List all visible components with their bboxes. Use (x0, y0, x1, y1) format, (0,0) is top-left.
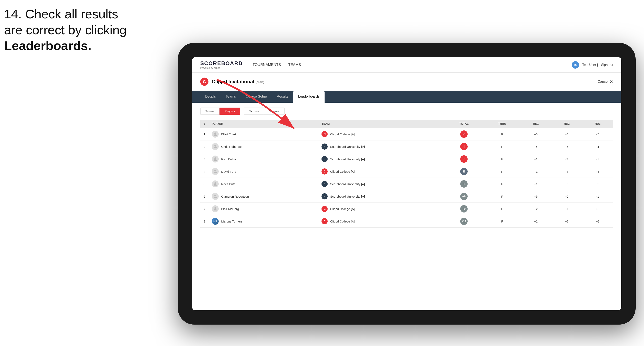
instruction-line1: 14. Check all results (4, 7, 118, 21)
pos-cell: 2 (200, 141, 208, 153)
player-cell: Rees Britt (208, 178, 318, 190)
col-total: TOTAL (444, 120, 484, 128)
logo-text: SCOREBOARD (200, 60, 243, 67)
nav-tournaments[interactable]: TOURNAMENTS (252, 62, 281, 68)
team-icon: ≡ (322, 156, 328, 162)
filter-teams-btn[interactable]: Teams (200, 108, 220, 115)
team-icon: ≡ (322, 181, 328, 187)
score-badge: -8 (460, 131, 468, 138)
player-avatar (212, 205, 219, 212)
col-player: PLAYER (208, 120, 318, 128)
table-row: 4 David Ford C Clippd College [A] E F +1… (200, 165, 613, 178)
score-badge: +1 (460, 180, 468, 187)
rd2-cell: -2 (551, 153, 582, 165)
pos-cell: 1 (200, 128, 208, 141)
thru-cell: F (484, 190, 520, 203)
svg-point-6 (214, 195, 216, 196)
pos-cell: 6 (200, 190, 208, 203)
team-icon: ≡ (322, 193, 328, 199)
filter-scores-btn[interactable]: Scores (244, 108, 264, 115)
team-name: Clippd College [A] (330, 170, 354, 173)
rd3-cell: +3 (582, 165, 613, 178)
rd3-cell: +2 (582, 215, 613, 228)
player-cell: David Ford (208, 165, 318, 178)
tab-teams[interactable]: Teams (221, 91, 241, 103)
rd2-cell: +5 (551, 141, 582, 153)
team-name: Clippd College [A] (330, 220, 354, 223)
total-cell: E (444, 165, 484, 178)
player-avatar (212, 131, 219, 138)
user-avatar: TU (572, 61, 579, 69)
col-rd3: RD3 (582, 120, 613, 128)
rd1-cell: +1 (520, 165, 551, 178)
thru-cell: F (484, 203, 520, 215)
filter-bar: Teams Players Scores Strokes (200, 108, 613, 115)
user-text: Test User | (582, 63, 598, 67)
table-row: 6 Cameron Robertson ≡ Scoreboard Univers… (200, 190, 613, 203)
team-name: Clippd College [A] (330, 207, 354, 211)
team-cell: C Clippd College [A] (318, 203, 444, 215)
team-icon: ≡ (322, 144, 328, 150)
team-cell: ≡ Scoreboard University [A] (318, 141, 444, 153)
rd1-cell: -5 (520, 141, 551, 153)
col-rd2: RD2 (551, 120, 582, 128)
team-name: Scoreboard University [A] (330, 182, 365, 186)
svg-point-7 (214, 207, 216, 209)
player-cell: Blair McHarg (208, 203, 318, 215)
tablet-screen: SCOREBOARD Powered by clippd TOURNAMENTS… (192, 57, 621, 310)
rd1-cell: +1 (520, 153, 551, 165)
thru-cell: F (484, 215, 520, 228)
team-icon: C (322, 131, 328, 137)
score-badge: E (460, 168, 468, 175)
table-row: 3 Rich Butler ≡ Scoreboard University [A… (200, 153, 613, 165)
pos-cell: 8 (200, 215, 208, 228)
team-icon: C (322, 218, 328, 224)
total-cell: +1 (444, 178, 484, 190)
thru-cell: F (484, 165, 520, 178)
player-cell: Rich Butler (208, 153, 318, 165)
rd1-cell: +3 (520, 128, 551, 141)
nav-teams[interactable]: TEAMS (288, 62, 301, 68)
player-name: Rees Britt (221, 182, 235, 186)
svg-point-2 (214, 145, 216, 147)
score-badge: -2 (460, 155, 468, 163)
tablet-frame: SCOREBOARD Powered by clippd TOURNAMENTS… (178, 43, 636, 325)
team-cell: C Clippd College [A] (318, 128, 444, 141)
tab-results[interactable]: Results (272, 91, 293, 103)
svg-point-3 (214, 157, 216, 159)
team-name: Clippd College [A] (330, 133, 354, 136)
rd2-cell: +1 (551, 203, 582, 215)
rd2-cell: E (551, 178, 582, 190)
svg-point-5 (214, 182, 216, 184)
score-badge: +11 (460, 218, 468, 225)
rd3-cell: -4 (582, 141, 613, 153)
player-name: Chris Robertson (221, 145, 243, 148)
filter-players-btn[interactable]: Players (220, 108, 240, 115)
signout-link[interactable]: Sign out (601, 63, 613, 67)
player-cell: MT Marcus Turners (208, 215, 318, 228)
pos-cell: 4 (200, 165, 208, 178)
team-name: Scoreboard University [A] (330, 157, 365, 161)
leaderboard-table: # PLAYER TEAM TOTAL THRU RD1 RD2 RD3 1 (200, 120, 613, 228)
pos-cell: 7 (200, 203, 208, 215)
logo-sub: Powered by clippd (200, 67, 243, 69)
total-cell: +6 (444, 190, 484, 203)
tab-leaderboards[interactable]: Leaderboards (293, 91, 324, 103)
score-badge: +6 (460, 193, 468, 200)
player-name: Cameron Robertson (221, 195, 249, 198)
tournament-icon: C (200, 78, 208, 86)
player-avatar (212, 156, 219, 163)
content-area: Teams Players Scores Strokes # PLAYER TE… (192, 103, 621, 310)
thru-cell: F (484, 128, 520, 141)
col-rd1: RD1 (520, 120, 551, 128)
tournament-name: Clippd Invitational (Men) (212, 79, 264, 85)
pos-cell: 3 (200, 153, 208, 165)
tab-details[interactable]: Details (200, 91, 221, 103)
cancel-button[interactable]: Cancel ✕ (598, 79, 613, 84)
total-cell: -8 (444, 128, 484, 141)
tab-course-setup[interactable]: Course Setup (241, 91, 272, 103)
rd3-cell: +6 (582, 203, 613, 215)
player-avatar (212, 168, 219, 175)
filter-strokes-btn[interactable]: Strokes (264, 108, 284, 115)
table-row: 7 Blair McHarg C Clippd College [A] +9 F… (200, 203, 613, 215)
